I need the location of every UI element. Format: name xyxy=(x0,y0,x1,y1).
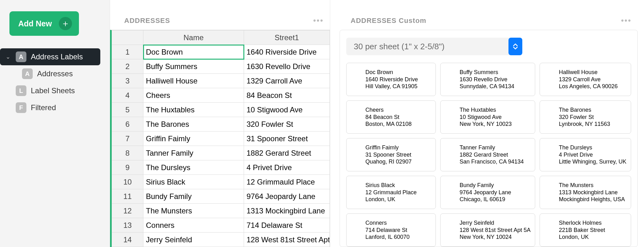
cell-street[interactable]: 714 Delaware St xyxy=(244,218,330,233)
cell-street[interactable]: 128 West 81st Street Apt 5A xyxy=(244,233,330,247)
label-city: Hill Valley, CA 91905 xyxy=(365,83,431,90)
label-card[interactable]: Conners714 Delaware StLanford, IL 60070 xyxy=(346,213,436,247)
cell-street[interactable]: 1329 Carroll Ave xyxy=(244,74,330,88)
row-number[interactable]: 3 xyxy=(112,74,143,88)
label-card[interactable]: Sherlock Holmes221B Baker StreetLondon, … xyxy=(540,213,631,247)
table-row[interactable]: 3Halliwell House1329 Carroll Ave xyxy=(112,74,330,88)
sidebar-item-addresses[interactable]: AAddresses xyxy=(0,65,110,82)
sidebar-item-label-sheets[interactable]: LLabel Sheets xyxy=(0,82,110,99)
cell-street[interactable]: 84 Beacon St xyxy=(244,88,330,103)
cell-name[interactable]: Halliwell House xyxy=(143,74,244,88)
corner-cell[interactable] xyxy=(112,30,143,45)
label-name: Jerry Seinfeld xyxy=(459,219,530,227)
chevron-down-icon: ⌄ xyxy=(6,53,11,60)
sheet-size-select[interactable]: 30 per sheet (1" x 2-5/8") xyxy=(346,38,522,55)
cell-name[interactable]: Doc Brown xyxy=(143,45,244,59)
cell-name[interactable]: Griffin Faimly xyxy=(143,132,244,146)
label-name: Cheers xyxy=(365,106,431,114)
label-card[interactable]: Sirius Black12 Grimmauld PlaceLondon, UK xyxy=(346,176,436,209)
cell-street[interactable]: 12 Grimmauld Place xyxy=(244,175,330,189)
row-number[interactable]: 5 xyxy=(112,103,143,117)
table-row[interactable]: 12The Munsters1313 Mockingbird Lane xyxy=(112,204,330,218)
table-row[interactable]: 9The Dursleys4 Privet Drive xyxy=(112,160,330,175)
cell-street[interactable]: 1882 Gerard Street xyxy=(244,146,330,160)
table-row[interactable]: 14Jerry Seinfeld128 West 81st Street Apt… xyxy=(112,233,330,247)
add-new-button[interactable]: Add New ＋ xyxy=(9,11,79,36)
row-number[interactable]: 14 xyxy=(112,233,143,247)
col-header-name[interactable]: Name xyxy=(143,30,244,45)
cell-name[interactable]: Buffy Summers xyxy=(143,59,244,74)
cell-name[interactable]: Jerry Seinfeld xyxy=(143,233,244,247)
label-card[interactable]: Cheers84 Beacon StBoston, MA 02108 xyxy=(346,100,436,134)
table-row[interactable]: 8Tanner Family1882 Gerard Street xyxy=(112,146,330,160)
cell-street[interactable]: 1640 Riverside Drive xyxy=(244,45,330,59)
cell-street[interactable]: 320 Fowler St xyxy=(244,117,330,132)
label-card[interactable]: Jerry Seinfeld128 West 81st Street Apt 5… xyxy=(440,213,535,247)
table-row[interactable]: 10Sirius Black12 Grimmauld Place xyxy=(112,175,330,189)
table-row[interactable]: 11Bundy Family9764 Jeopardy Lane xyxy=(112,189,330,204)
table-row[interactable]: 4Cheers84 Beacon St xyxy=(112,88,330,103)
col-header-street[interactable]: Street1 xyxy=(244,30,330,45)
cell-name[interactable]: The Huxtables xyxy=(143,103,244,117)
table-row[interactable]: 5The Huxtables10 Stigwood Ave xyxy=(112,103,330,117)
nav-badge: A xyxy=(16,51,26,62)
row-number[interactable]: 1 xyxy=(112,45,143,59)
label-city: San Francisco, CA 94134 xyxy=(459,158,530,165)
row-number[interactable]: 4 xyxy=(112,88,143,103)
address-grid[interactable]: Name Street1 1Doc Brown1640 Riverside Dr… xyxy=(112,30,330,247)
label-city: Little Whinging, Surrey, UK xyxy=(559,158,626,165)
label-card[interactable]: The Munsters1313 Mockingbird LaneMocking… xyxy=(540,176,631,209)
cell-name[interactable]: The Barones xyxy=(143,117,244,132)
label-card[interactable]: Tanner Family1882 Gerard StreetSan Franc… xyxy=(440,138,535,171)
cell-street[interactable]: 1630 Revello Drive xyxy=(244,59,330,74)
cell-name[interactable]: Bundy Family xyxy=(143,189,244,204)
table-row[interactable]: 13Conners714 Delaware St xyxy=(112,218,330,233)
row-number[interactable]: 11 xyxy=(112,189,143,204)
label-card[interactable]: Bundy Family9764 Jeopardy LaneChicago, I… xyxy=(440,176,535,209)
cell-name[interactable]: The Dursleys xyxy=(143,160,244,175)
row-number[interactable]: 12 xyxy=(112,204,143,218)
cell-street[interactable]: 10 Stigwood Ave xyxy=(244,103,330,117)
label-card[interactable]: Griffin Faimly31 Spooner StreetQuahog, R… xyxy=(346,138,436,171)
cell-street[interactable]: 31 Spooner Street xyxy=(244,132,330,146)
label-card[interactable]: The Barones320 Fowler StLynbrook, NY 115… xyxy=(540,100,631,134)
cell-street[interactable]: 4 Privet Drive xyxy=(244,160,330,175)
label-card[interactable]: The Huxtables10 Stigwood AveNew York, NY… xyxy=(440,100,535,134)
sidebar-item-filtered[interactable]: FFiltered xyxy=(0,99,110,116)
label-street: 12 Grimmauld Place xyxy=(365,189,431,196)
nav-label: Filtered xyxy=(31,103,56,112)
label-city: Boston, MA 02108 xyxy=(365,121,431,128)
cell-name[interactable]: Tanner Family xyxy=(143,146,244,160)
label-card[interactable]: The Dursleys4 Privet DriveLittle Whingin… xyxy=(540,138,631,171)
center-title: ADDRESSES xyxy=(124,17,170,25)
row-number[interactable]: 10 xyxy=(112,175,143,189)
label-card[interactable]: Doc Brown1640 Riverside DriveHill Valley… xyxy=(346,63,436,96)
cell-street[interactable]: 9764 Jeopardy Lane xyxy=(244,189,330,204)
label-name: Tanner Family xyxy=(459,144,530,151)
cell-name[interactable]: Conners xyxy=(143,218,244,233)
row-number[interactable]: 9 xyxy=(112,160,143,175)
row-number[interactable]: 2 xyxy=(112,59,143,74)
label-street: 1313 Mockingbird Lane xyxy=(559,189,626,196)
select-stepper-icon[interactable] xyxy=(508,38,522,55)
row-number[interactable]: 6 xyxy=(112,117,143,132)
cell-name[interactable]: Cheers xyxy=(143,88,244,103)
label-street: 10 Stigwood Ave xyxy=(459,114,530,121)
sidebar-item-address-labels[interactable]: ⌄AAddress Labels xyxy=(0,48,100,65)
label-name: Conners xyxy=(365,219,431,227)
row-number[interactable]: 7 xyxy=(112,132,143,146)
row-number[interactable]: 13 xyxy=(112,218,143,233)
label-card[interactable]: Buffy Summers1630 Revello DriveSunnydale… xyxy=(440,63,535,96)
label-card[interactable]: Halliwell House1329 Carroll AveLos Angel… xyxy=(540,63,631,96)
right-pane: ADDRESSES Custom ••• 30 per sheet (1" x … xyxy=(330,0,644,247)
cell-street[interactable]: 1313 Mockingbird Lane xyxy=(244,204,330,218)
table-row[interactable]: 6The Barones320 Fowler St xyxy=(112,117,330,132)
row-number[interactable]: 8 xyxy=(112,146,143,160)
cell-name[interactable]: The Munsters xyxy=(143,204,244,218)
cell-name[interactable]: Sirius Black xyxy=(143,175,244,189)
table-row[interactable]: 1Doc Brown1640 Riverside Drive xyxy=(112,45,330,59)
table-row[interactable]: 7Griffin Faimly31 Spooner Street xyxy=(112,132,330,146)
table-row[interactable]: 2Buffy Summers1630 Revello Drive xyxy=(112,59,330,74)
center-menu-icon[interactable]: ••• xyxy=(313,16,324,25)
right-menu-icon[interactable]: ••• xyxy=(621,16,631,25)
